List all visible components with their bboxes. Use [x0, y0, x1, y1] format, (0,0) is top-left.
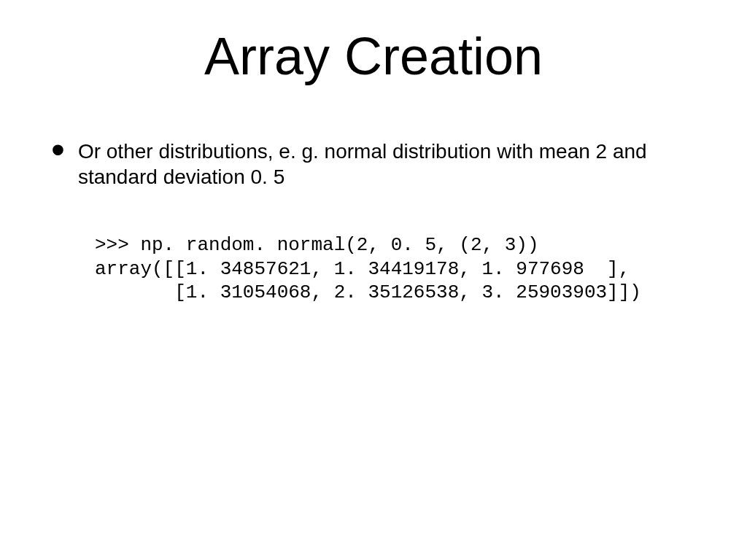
bullet-item: • Or other distributions, e. g. normal d…	[51, 139, 718, 190]
slide-title: Array Creation	[0, 26, 747, 86]
slide: Array Creation • Or other distributions,…	[0, 0, 747, 560]
bullet-text: Or other distributions, e. g. normal dis…	[78, 139, 691, 190]
code-line-1: >>> np. random. normal(2, 0. 5, (2, 3))	[95, 234, 539, 256]
code-line-3: [1. 31054068, 2. 35126538, 3. 25903903]]…	[95, 281, 641, 303]
bullet-dot-icon: •	[51, 139, 65, 160]
code-line-2: array([[1. 34857621, 1. 34419178, 1. 977…	[95, 258, 630, 280]
code-block: >>> np. random. normal(2, 0. 5, (2, 3)) …	[95, 233, 718, 305]
slide-body: • Or other distributions, e. g. normal d…	[51, 139, 718, 305]
